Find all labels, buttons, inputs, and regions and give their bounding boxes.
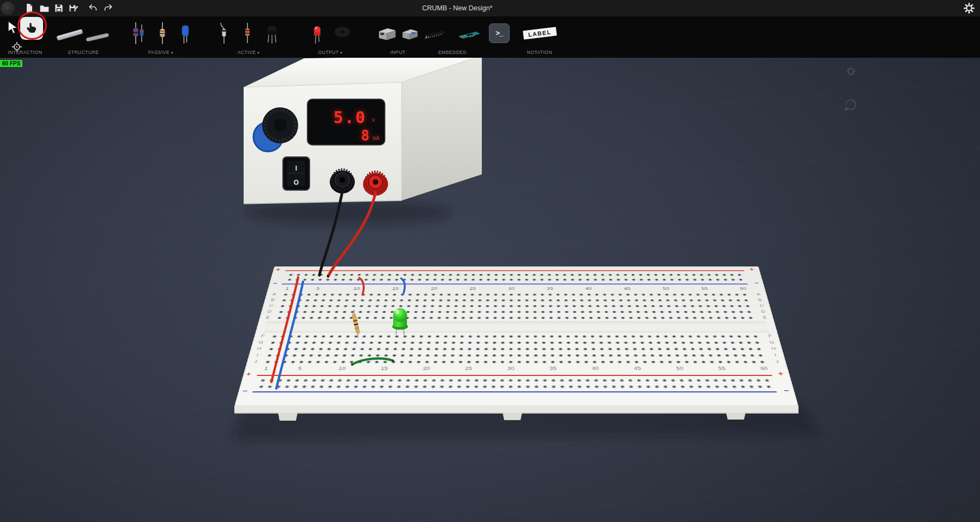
toolbar-label-passive[interactable]: PASSIVE ▾ [117, 50, 205, 55]
wire-pin [318, 274, 321, 277]
toolbar-label-structure: STRUCTURE [50, 50, 117, 55]
toolbar-label-passive-text: PASSIVE [148, 50, 170, 55]
toolbar-label-input: INPUT [376, 50, 420, 55]
toolbar-group-passive: PASSIVE ▾ [117, 16, 205, 58]
toolbar-group-notation: LABEL NOTATION [513, 16, 566, 58]
breadboard-side [234, 405, 798, 421]
ic-chip-tool[interactable] [422, 20, 450, 46]
cursor-arrow-icon [7, 20, 21, 35]
hand-tool[interactable] [20, 17, 43, 40]
hand-pointer-icon [25, 21, 39, 36]
toolbar-label-interaction: INTERACTION [0, 50, 50, 55]
resistor[interactable] [353, 309, 359, 338]
settings-button[interactable] [963, 1, 976, 15]
viewport-gear-icon[interactable] [846, 67, 856, 76]
psu-wire-red[interactable] [328, 192, 376, 276]
led-tool[interactable] [307, 20, 327, 46]
led-green[interactable] [392, 308, 408, 336]
scene-viewport[interactable]: 60 FPS [0, 58, 980, 522]
terminal-tool[interactable]: >_ [489, 23, 510, 43]
dropdown-arrow-icon: ▾ [257, 51, 259, 54]
cursor-tool[interactable] [7, 20, 21, 37]
window-title: CRUMB - New Design* [0, 4, 915, 12]
diode-tool[interactable] [214, 20, 234, 46]
toolbar-label-output[interactable]: OUTPUT ▾ [292, 50, 368, 55]
microcontroller-tool[interactable] [455, 20, 482, 46]
label-tool[interactable]: LABEL [523, 27, 556, 39]
toolbar-group-structure: STRUCTURE [50, 16, 117, 58]
battery-tool[interactable] [400, 20, 420, 46]
dropdown-arrow-icon: ▾ [171, 51, 173, 54]
jumper-wire-blue-short[interactable] [401, 278, 405, 294]
toolbar-label-notation: NOTATION [513, 50, 566, 55]
jumper-wire-blue-long[interactable] [276, 282, 303, 389]
resistor-tool[interactable] [127, 20, 149, 46]
toolbar-group-interaction: INTERACTION [0, 16, 50, 58]
jumper-wire-red-short[interactable] [359, 278, 364, 295]
toolbar-group-embedded: EMBEDDED [420, 16, 485, 58]
psu-wire-black[interactable] [319, 189, 343, 275]
fps-badge: 60 FPS [0, 60, 22, 67]
toolbar-label-embedded: EMBEDDED [420, 50, 485, 55]
jumper-wire-green[interactable] [351, 359, 394, 366]
diode-red-tool[interactable] [238, 20, 257, 46]
component-toolbar: INTERACTION STRUCTURE [0, 16, 980, 58]
jumper-wire-red-long[interactable] [271, 277, 298, 382]
resistor-beige-tool[interactable] [153, 20, 172, 46]
dropdown-arrow-icon: ▾ [340, 51, 342, 54]
titlebar: CRUMB - New Design* [0, 0, 980, 16]
toolbar-group-input: INPUT [376, 16, 420, 58]
viewport-orbit-icon[interactable] [845, 100, 856, 111]
toolbar-group-output: OUTPUT ▾ [292, 16, 368, 58]
gear-icon [963, 2, 975, 14]
toolbar-label-output-text: OUTPUT [318, 50, 339, 55]
wire-pin [327, 275, 330, 278]
toolbar-label-active[interactable]: ACTIVE ▾ [205, 50, 292, 55]
transistor-tool[interactable] [261, 20, 283, 46]
toolbar-group-active: ACTIVE ▾ [205, 16, 292, 58]
scene-front-layer [0, 58, 980, 522]
buzzer-tool[interactable] [331, 20, 353, 46]
power-supply-tool[interactable] [376, 20, 397, 46]
breadboard-strip-tool[interactable] [53, 21, 113, 46]
toolbar-label-active-text: ACTIVE [238, 50, 256, 55]
capacitor-tool[interactable] [176, 20, 195, 46]
toolbar-group-terminal: >_ [485, 16, 513, 58]
